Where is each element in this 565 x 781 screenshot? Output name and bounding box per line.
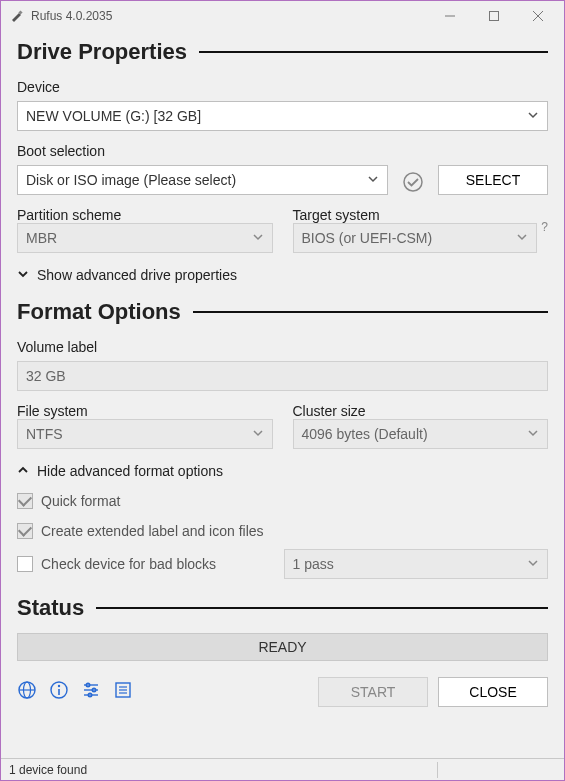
quick-format-option[interactable]: Quick format xyxy=(17,493,548,509)
cluster-size-label: Cluster size xyxy=(293,403,549,419)
cluster-size-select[interactable]: 4096 bytes (Default) xyxy=(293,419,549,449)
volume-label-input[interactable]: 32 GB xyxy=(17,361,548,391)
target-system-value: BIOS (or UEFI-CSM) xyxy=(302,230,433,246)
device-value: NEW VOLUME (G:) [32 GB] xyxy=(26,108,201,124)
globe-icon[interactable] xyxy=(17,680,37,704)
partition-scheme-label: Partition scheme xyxy=(17,207,273,223)
close-button[interactable] xyxy=(516,2,560,30)
boot-selection-value: Disk or ISO image (Please select) xyxy=(26,172,236,188)
boot-selection-label: Boot selection xyxy=(17,143,548,159)
extended-label-label: Create extended label and icon files xyxy=(41,523,264,539)
checkbox-checked-icon xyxy=(17,523,33,539)
chevron-down-icon xyxy=(367,172,379,188)
boot-selection-select[interactable]: Disk or ISO image (Please select) xyxy=(17,165,388,195)
minimize-button[interactable] xyxy=(428,2,472,30)
file-system-label: File system xyxy=(17,403,273,419)
checkbox-unchecked-icon xyxy=(17,556,33,572)
verify-icon[interactable] xyxy=(400,169,426,195)
bad-blocks-passes-value: 1 pass xyxy=(293,556,334,572)
quick-format-label: Quick format xyxy=(41,493,120,509)
status-text: READY xyxy=(258,639,306,655)
status-header: Status xyxy=(17,595,548,621)
maximize-button[interactable] xyxy=(472,2,516,30)
window-title: Rufus 4.0.2035 xyxy=(31,9,428,23)
partition-scheme-value: MBR xyxy=(26,230,57,246)
svg-point-5 xyxy=(404,173,422,191)
svg-rect-2 xyxy=(490,12,499,21)
settings-icon[interactable] xyxy=(81,680,101,704)
device-select[interactable]: NEW VOLUME (G:) [32 GB] xyxy=(17,101,548,131)
extended-label-option[interactable]: Create extended label and icon files xyxy=(17,523,548,539)
format-options-header: Format Options xyxy=(17,299,548,325)
chevron-down-icon xyxy=(527,108,539,124)
close-app-button[interactable]: CLOSE xyxy=(438,677,548,707)
drive-properties-title: Drive Properties xyxy=(17,39,187,65)
svg-point-10 xyxy=(58,685,60,687)
device-label: Device xyxy=(17,79,548,95)
target-system-label: Target system xyxy=(293,207,538,223)
info-icon[interactable] xyxy=(49,680,69,704)
cluster-size-value: 4096 bytes (Default) xyxy=(302,426,428,442)
partition-scheme-select[interactable]: MBR xyxy=(17,223,273,253)
chevron-down-icon xyxy=(252,230,264,246)
hide-advanced-format-label: Hide advanced format options xyxy=(37,463,223,479)
checkbox-checked-icon xyxy=(17,493,33,509)
bad-blocks-label: Check device for bad blocks xyxy=(41,556,216,572)
chevron-down-icon xyxy=(252,426,264,442)
target-system-help-icon[interactable]: ? xyxy=(541,220,548,234)
select-button[interactable]: SELECT xyxy=(438,165,548,195)
chevron-down-icon xyxy=(516,230,528,246)
status-title: Status xyxy=(17,595,84,621)
file-system-value: NTFS xyxy=(26,426,63,442)
chevron-down-icon xyxy=(527,556,539,572)
hide-advanced-format-toggle[interactable]: Hide advanced format options xyxy=(17,463,548,479)
app-icon xyxy=(9,8,25,24)
target-system-select[interactable]: BIOS (or UEFI-CSM) xyxy=(293,223,538,253)
footer-device-count: 1 device found xyxy=(9,763,87,777)
start-button[interactable]: START xyxy=(318,677,428,707)
chevron-down-icon xyxy=(17,267,29,283)
volume-label-label: Volume label xyxy=(17,339,548,355)
drive-properties-header: Drive Properties xyxy=(17,39,548,65)
volume-label-value: 32 GB xyxy=(26,368,66,384)
bad-blocks-option[interactable]: Check device for bad blocks xyxy=(17,556,264,572)
chevron-down-icon xyxy=(527,426,539,442)
status-bar: READY xyxy=(17,633,548,661)
chevron-up-icon xyxy=(17,463,29,479)
file-system-select[interactable]: NTFS xyxy=(17,419,273,449)
show-advanced-drive-toggle[interactable]: Show advanced drive properties xyxy=(17,267,548,283)
bad-blocks-passes-select[interactable]: 1 pass xyxy=(284,549,549,579)
show-advanced-drive-label: Show advanced drive properties xyxy=(37,267,237,283)
log-icon[interactable] xyxy=(113,680,133,704)
format-options-title: Format Options xyxy=(17,299,181,325)
